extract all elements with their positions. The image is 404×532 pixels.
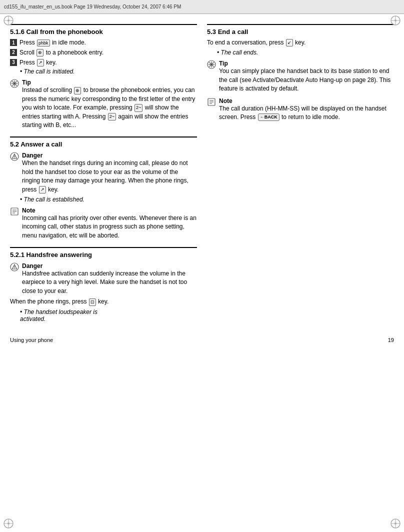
danger-callout-521: Danger Handsfree activation can suddenly… [10,262,197,296]
note-content-52: Note Incoming call has priority over oth… [22,207,197,240]
section-53-divider [207,24,394,25]
danger-icon-521 [10,262,19,272]
danger-callout-52: Danger When the handset rings during an … [10,152,197,194]
note-callout-52: Note Incoming call has priority over oth… [10,207,197,240]
step-3: 3 Press ↗ key. [10,58,197,67]
step-3-num: 3 [10,59,17,66]
back-button: ←BACK [258,114,280,121]
danger-icon-52 [10,152,19,161]
main-content: 5.1.6 Call from the phonebook 1 Press ph… [0,14,404,329]
53-intro: To end a conversation, press ↙ key. [207,38,394,47]
note-title-52: Note [22,207,197,214]
corner-br [390,518,401,529]
section-52-title: 5.2 Answer a call [10,140,197,148]
header-bar: cd155_ifu_master_en_us.book Page 19 Wedn… [0,0,404,14]
handsfree-icon: ⊡ [89,298,96,306]
tip-title-516: Tip [22,79,197,86]
step-3-bullet: The call is initiated. [10,68,197,75]
danger-content-521: Danger Handsfree activation can suddenly… [22,262,197,296]
52-bullet: The call is established. [10,196,197,203]
step-2-content: Scroll ⊕ to a phonebook entry. [20,48,197,57]
section-516-title: 5.1.6 Call from the phonebook [10,28,197,36]
left-column: 5.1.6 Call from the phonebook 1 Press ph… [10,24,197,324]
svg-point-37 [210,64,212,66]
phbk-icon: phbk [37,40,50,47]
note-callout-53: Note The call duration (HH-MM-SS) will b… [207,98,394,122]
svg-point-15 [394,522,396,524]
danger-title-521: Danger [22,262,197,270]
corner-bl [3,518,14,529]
section-516-divider [10,24,197,25]
tip-content-53: Tip You can simply place the handset bac… [219,60,394,93]
key2-icon: 2~ [134,104,142,112]
note-content-53: Note The call duration (HH-MM-SS) will b… [219,98,394,122]
footer-left: Using your phone [10,337,53,343]
scroll-icon: ⊕ [74,87,81,94]
step-1-content: Press phbk in idle mode. [20,38,197,47]
svg-point-24 [14,158,14,158]
right-column: 5.3 End a call To end a conversation, pr… [207,24,394,324]
note-icon-52 [10,207,19,216]
svg-point-8 [4,519,13,528]
tip-callout-53: Tip You can simply place the handset bac… [207,60,394,93]
tip-callout-516: Tip Instead of scrolling ⊕ to browse the… [10,79,197,130]
note-body-52: Incoming call has priority over other ev… [22,214,197,240]
section-53-title: 5.3 End a call [207,28,394,36]
tip-body-53: You can simply place the handset back to… [219,67,394,93]
footer-right: 19 [388,337,394,343]
tip-body-516: Instead of scrolling ⊕ to browse the pho… [22,86,197,130]
call-icon: ↗ [37,59,44,66]
svg-point-11 [8,522,10,524]
svg-point-21 [14,82,16,84]
end-icon: ↙ [286,39,293,46]
step-1-num: 1 [10,39,17,46]
note-body-53: The call duration (HH-MM-SS) will be dis… [219,104,394,122]
tip-title-53: Tip [219,60,394,67]
key2b-icon: 2~ [108,113,116,120]
tip-icon [10,79,19,88]
step-2: 2 Scroll ⊕ to a phonebook entry. [10,48,197,57]
section-52-divider [10,136,197,138]
danger-content-52: Danger When the handset rings during an … [22,152,197,194]
521-rings-text: When the phone rings, press ⊡ key. [10,298,197,306]
svg-point-31 [14,268,14,269]
521-bullet: The handset loudspeaker isactivated. [10,308,197,322]
footer: Using your phone 19 [0,334,404,346]
tip-content-516: Tip Instead of scrolling ⊕ to browse the… [22,79,197,130]
svg-point-12 [391,519,400,528]
step-2-num: 2 [10,49,17,56]
step-1: 1 Press phbk in idle mode. [10,38,197,47]
section-521-title: 5.2.1 Handsfree answering [10,251,197,258]
section-521-divider [10,247,197,248]
header-text: cd155_ifu_master_en_us.book Page 19 Wedn… [4,4,181,10]
53-bullet: The call ends. [207,49,394,56]
note-title-53: Note [219,98,394,104]
danger-body-521: Handsfree activation can suddenly increa… [22,270,197,296]
danger-body-52: When the handset rings during an incomin… [22,159,197,194]
note-icon-53 [207,98,216,106]
nav-icon: ⊕ [36,49,44,56]
step-3-content: Press ↗ key. [20,58,197,67]
tip-icon-53 [207,60,216,69]
danger-title-52: Danger [22,152,197,159]
call2-icon: ↗ [39,186,46,194]
